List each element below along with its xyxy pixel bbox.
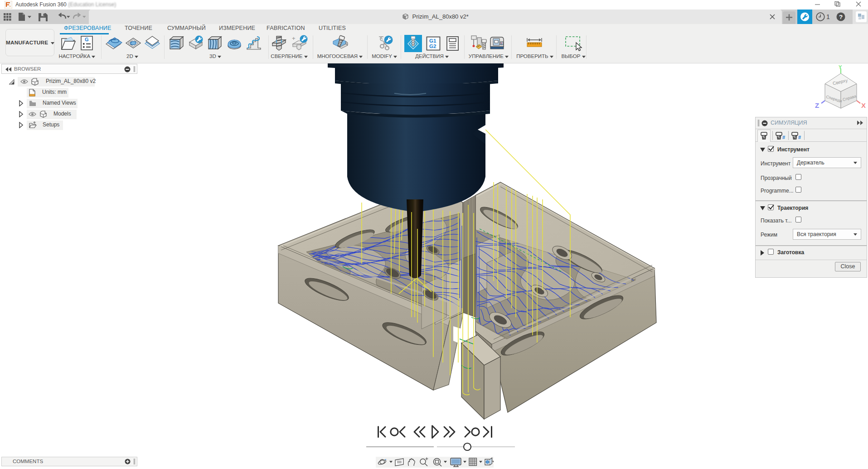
svg-text:Z: Z <box>815 102 819 109</box>
svg-text:?: ? <box>839 14 843 20</box>
svg-text:Y: Y <box>839 64 842 70</box>
svg-text:+: + <box>292 35 296 42</box>
svg-text:#: # <box>782 135 785 140</box>
svg-text:X: X <box>861 102 866 109</box>
svg-text:G1: G1 <box>429 38 436 44</box>
svg-text:G: G <box>85 37 89 42</box>
svg-text:1: 1 <box>826 13 830 20</box>
svg-text:G2: G2 <box>429 44 436 49</box>
svg-text:#: # <box>798 135 801 140</box>
